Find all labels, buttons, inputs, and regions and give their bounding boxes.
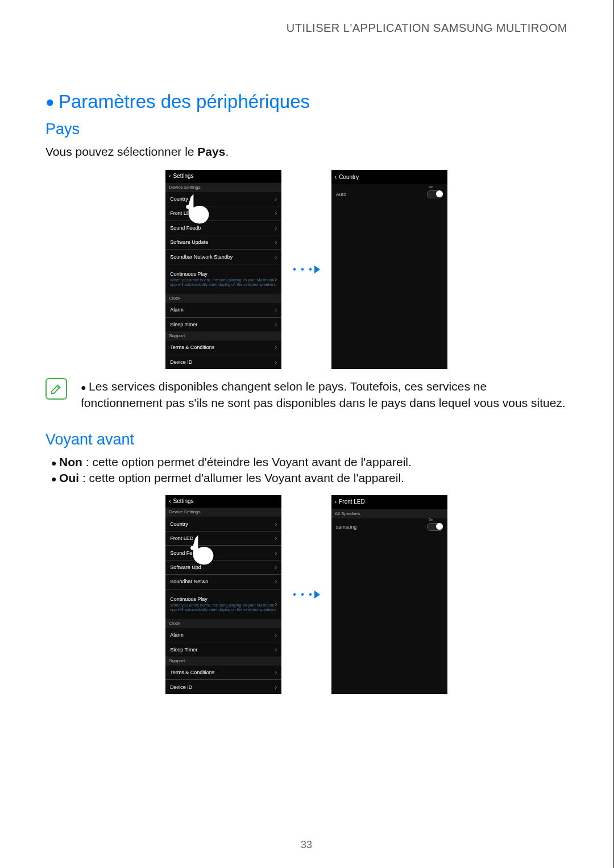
back-chevron-icon[interactable]: ‹ [335, 174, 337, 180]
nav-title: Front LED [339, 499, 365, 505]
chevron-right-icon: › [275, 578, 277, 585]
text-bold: Pays [197, 145, 225, 158]
list-item[interactable]: Terms & Conditions› [165, 340, 281, 355]
chevron-right-icon: › [275, 321, 277, 329]
item-label: Sleep Timer [170, 647, 197, 653]
subsection-voyant: Voyant avant [45, 431, 567, 448]
toggle-switch[interactable]: On [427, 523, 443, 531]
pays-screenshots: ‹Settings Device Settings Country› Front… [45, 170, 567, 369]
item-label: Software Update [170, 239, 208, 245]
list-item[interactable]: Device ID› [165, 355, 281, 369]
nav-title: Settings [173, 498, 193, 504]
item-label: Terms & Conditions [170, 344, 214, 350]
nav-bar[interactable]: ‹Country [331, 170, 447, 184]
toggle-switch[interactable]: On [427, 190, 443, 198]
back-chevron-icon[interactable]: ‹ [169, 498, 171, 504]
note-icon [45, 378, 67, 400]
section-title: Paramètres des périphériques [45, 91, 567, 113]
list-item[interactable]: Soundbar Netwo› [165, 575, 281, 589]
chevron-right-icon: › [275, 549, 277, 557]
list-item[interactable]: Country› [165, 192, 281, 206]
phone-country: ‹Country Auto On [331, 170, 447, 369]
text: Vous pouvez sélectionner le [45, 145, 197, 158]
flow-arrow-icon: • • • [293, 589, 320, 600]
note-text: Les services disponibles changent selon … [81, 378, 567, 412]
list-item[interactable]: Sound Feed› [165, 546, 281, 560]
chevron-right-icon: › [275, 253, 277, 261]
list-item[interactable]: Terms & Conditions› [165, 666, 281, 680]
list-item-continuous[interactable]: Continuous Play When you arrive home, th… [165, 264, 281, 294]
subsection-pays: Pays [45, 121, 567, 138]
list-item[interactable]: Alarm› [165, 628, 281, 642]
pays-description: Vous pouvez sélectionner le Pays. [45, 145, 567, 159]
item-label: Country [170, 196, 188, 202]
section-label: Support [165, 657, 281, 666]
section-label: All Speakers [331, 509, 447, 518]
text: : cette option permet d'allumer les Voya… [79, 471, 404, 484]
item-label: samsung [336, 524, 357, 530]
text: Les services disponibles changent selon … [81, 380, 566, 409]
item-subtext: When you arrive home, the song playing o… [170, 278, 277, 286]
list-item[interactable]: Sleep Timer› [165, 642, 281, 656]
chevron-right-icon: › [275, 358, 277, 366]
item-label: Sleep Timer [170, 322, 197, 327]
page-header: UTILISER L'APPLICATION SAMSUNG MULTIROOM [287, 22, 567, 35]
item-label: Software Upd [170, 564, 201, 570]
flow-arrow-icon: • • • [293, 264, 320, 275]
phone-settings-voyant: ‹Settings Device Settings Country› Front… [165, 495, 281, 694]
nav-bar[interactable]: ‹Settings [165, 170, 281, 183]
list-item-auto[interactable]: Auto On [331, 184, 447, 205]
list-item[interactable]: Software Update› [165, 235, 281, 250]
item-label: Terms & Conditions [170, 670, 214, 675]
chevron-right-icon: › [275, 683, 277, 691]
section-label: Device Settings [165, 508, 281, 517]
item-label: Soundbar Netwo [170, 579, 208, 584]
list-item-speaker[interactable]: samsung On [331, 518, 447, 535]
list-item[interactable]: Soundbar Network Standby› [165, 250, 281, 264]
text: : cette option permet d'éteindre les Voy… [82, 455, 412, 468]
chevron-right-icon: › [275, 520, 277, 528]
list-item[interactable]: Country› [165, 517, 281, 531]
back-chevron-icon[interactable]: ‹ [169, 173, 171, 179]
list-item[interactable]: Front LED› [165, 206, 281, 221]
list-item[interactable]: Sleep Timer› [165, 318, 281, 331]
item-label: Soundbar Network Standby [170, 254, 233, 260]
chevron-right-icon: › [275, 563, 277, 571]
back-chevron-icon[interactable]: ‹ [335, 499, 337, 505]
toggle-on-label: On [429, 185, 433, 189]
chevron-right-icon: › [275, 209, 277, 217]
text-bold: Non [59, 455, 82, 468]
item-label: Auto [336, 192, 347, 197]
chevron-right-icon: › [275, 631, 277, 639]
list-item[interactable]: Front LED› [165, 531, 281, 546]
item-label: Sound Feed [170, 550, 198, 556]
phone-screen: ‹Settings Device Settings Country› Front… [165, 170, 281, 369]
page: UTILISER L'APPLICATION SAMSUNG MULTIROOM… [0, 0, 614, 868]
chevron-right-icon: › [275, 238, 277, 246]
voyant-list: Non : cette option permet d'éteindre les… [51, 455, 567, 485]
list-item[interactable]: Alarm› [165, 303, 281, 317]
nav-bar[interactable]: ‹Settings [165, 495, 281, 508]
item-label: Alarm [170, 307, 184, 313]
nav-title: Settings [173, 173, 193, 179]
nav-bar[interactable]: ‹Front LED [331, 495, 447, 509]
nav-title: Country [339, 174, 359, 180]
section-label: Support [165, 331, 281, 340]
section-label: Device Settings [165, 183, 281, 192]
phone-screen: ‹Country Auto On [331, 170, 447, 369]
item-label: Continuous Play [170, 271, 208, 277]
chevron-right-icon: › [275, 343, 277, 351]
phone-frontled: ‹Front LED All Speakers samsung On [331, 495, 447, 694]
list-item[interactable]: Device ID› [165, 680, 281, 693]
list-item: Non : cette option permet d'éteindre les… [51, 455, 567, 469]
item-label: Sound Feedb [170, 225, 201, 231]
list-item: Oui : cette option permet d'allumer les … [51, 471, 567, 485]
note-block: Les services disponibles changent selon … [45, 378, 567, 412]
text-bold: Oui [59, 471, 79, 484]
chevron-right-icon: › [275, 646, 277, 654]
list-item[interactable]: Software Upd› [165, 560, 281, 575]
list-item[interactable]: Sound Feedb› [165, 221, 281, 235]
item-label: Alarm [170, 632, 184, 638]
list-item-continuous[interactable]: Continuous Play When you arrive home, th… [165, 589, 281, 619]
item-label: Device ID [170, 359, 192, 365]
